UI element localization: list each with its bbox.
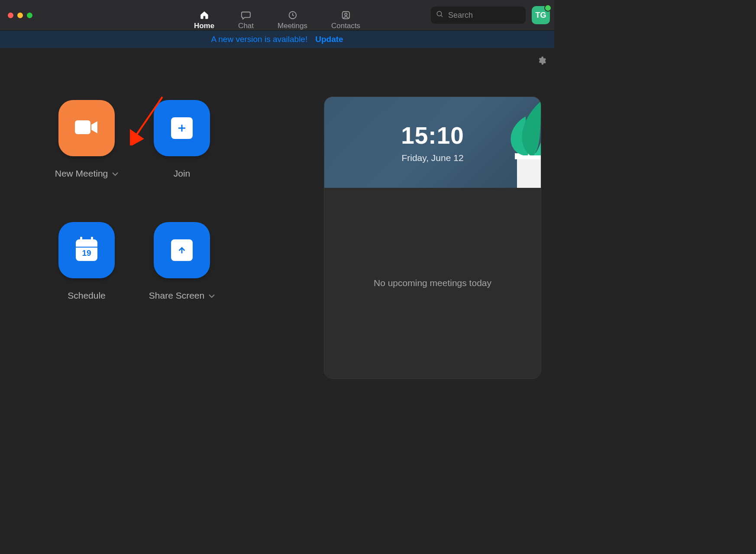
panel-body: No upcoming meetings today (324, 188, 541, 378)
chevron-down-icon[interactable] (209, 290, 215, 301)
avatar[interactable]: TG (532, 6, 550, 24)
main-nav: Home Chat Meetings Contacts (194, 0, 360, 30)
nav-label: Home (194, 22, 214, 30)
nav-home[interactable]: Home (194, 7, 214, 30)
home-content: New Meeting Join (0, 48, 554, 405)
svg-rect-5 (75, 120, 90, 134)
join-tile: Join (134, 100, 229, 179)
meetings-panel: 15:10 Friday, June 12 No upcoming meetin… (324, 97, 541, 379)
calendar-day: 19 (82, 248, 91, 258)
settings-button[interactable] (537, 56, 546, 67)
banner-message: A new version is available! (211, 35, 307, 44)
tile-label: Share Screen (149, 290, 204, 301)
svg-rect-6 (517, 158, 541, 188)
nav-chat[interactable]: Chat (238, 7, 254, 30)
clock-date: Friday, June 12 (401, 153, 463, 163)
plus-icon (171, 117, 193, 139)
clock-time: 15:10 (401, 122, 464, 149)
join-button[interactable] (154, 100, 210, 156)
search-box[interactable] (431, 6, 526, 24)
nav-label: Chat (238, 22, 254, 30)
svg-point-2 (345, 13, 347, 16)
nav-meetings[interactable]: Meetings (278, 7, 307, 30)
avatar-initials: TG (536, 11, 546, 20)
new-meeting-button[interactable] (58, 100, 115, 156)
tile-label: Schedule (68, 290, 106, 301)
search-icon (436, 10, 444, 20)
clock-icon (288, 10, 297, 20)
window-controls (4, 13, 32, 18)
new-meeting-tile: New Meeting (39, 100, 134, 179)
calendar-icon: 19 (76, 239, 97, 261)
title-bar: Home Chat Meetings Contacts (0, 0, 554, 31)
tile-label: Join (174, 168, 191, 179)
empty-meetings-message: No upcoming meetings today (374, 278, 491, 288)
share-screen-tile: Share Screen (134, 222, 229, 301)
nav-label: Contacts (331, 22, 360, 30)
chat-icon (241, 10, 251, 20)
minimize-window-button[interactable] (17, 13, 23, 18)
nav-contacts[interactable]: Contacts (331, 7, 360, 30)
close-window-button[interactable] (8, 13, 13, 18)
share-screen-button[interactable] (154, 222, 210, 278)
schedule-button[interactable]: 19 (58, 222, 115, 278)
update-link[interactable]: Update (315, 35, 343, 44)
tile-label: New Meeting (55, 168, 108, 179)
chevron-down-icon[interactable] (112, 168, 118, 179)
schedule-tile: 19 Schedule (39, 222, 134, 301)
contacts-icon (341, 10, 351, 20)
svg-point-3 (437, 11, 442, 16)
maximize-window-button[interactable] (27, 13, 32, 18)
arrow-up-icon (171, 239, 193, 261)
video-icon (74, 119, 99, 138)
plant-illustration (476, 101, 541, 188)
update-banner: A new version is available! Update (0, 31, 554, 48)
search-input[interactable] (447, 10, 520, 20)
nav-label: Meetings (278, 22, 307, 30)
panel-header: 15:10 Friday, June 12 (324, 97, 541, 188)
home-icon (199, 10, 209, 20)
